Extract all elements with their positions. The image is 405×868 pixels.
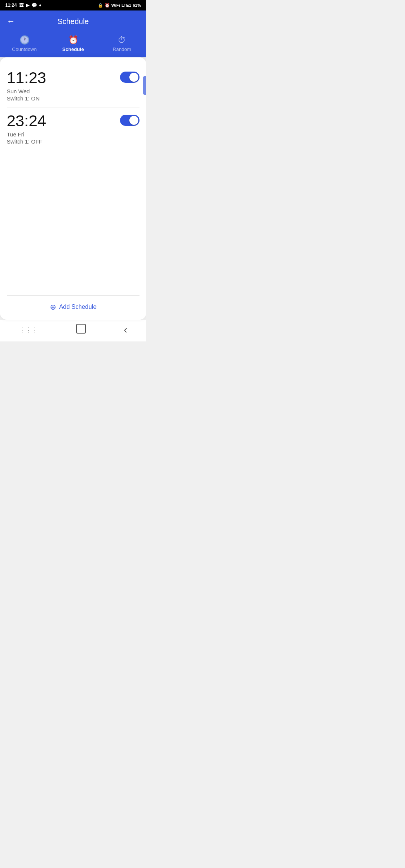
tab-random[interactable]: ⏱ Random [98, 35, 146, 52]
schedule-toggle-0[interactable] [120, 72, 140, 83]
status-battery: 61% [133, 3, 141, 7]
app-root: 11:24 🖼 ▶ 💬 🔒 ⏰ WiFi LTE1 61% ← Schedule… [0, 0, 146, 341]
add-schedule-button[interactable]: ⊕ Add Schedule [7, 295, 140, 320]
status-right: 🔒 ⏰ WiFi LTE1 61% [98, 3, 141, 8]
nav-recent-button[interactable] [19, 325, 38, 334]
schedule-days-1: Tue Fri [7, 131, 140, 138]
tab-schedule[interactable]: ⏰ Schedule [49, 35, 98, 52]
tab-countdown-label: Countdown [12, 46, 37, 52]
schedule-item-1: 23:24 Tue Fri Switch 1: OFF [7, 108, 140, 151]
side-peek [143, 76, 146, 95]
home-icon [76, 324, 86, 335]
tab-bar: 🕐 Countdown ⏰ Schedule ⏱ Random [0, 32, 146, 57]
nav-home-button[interactable] [76, 324, 86, 335]
status-icon-wifi: WiFi [111, 3, 120, 7]
recent-apps-icon [19, 325, 38, 334]
toggle-wrapper-0 [120, 72, 140, 83]
back-nav-icon [124, 325, 127, 335]
status-time: 11:24 [5, 3, 17, 8]
schedule-item-0: 11:23 Sun Wed Switch 1: ON [7, 65, 140, 108]
bottom-nav [0, 320, 146, 341]
status-icon-youtube: ▶ [26, 3, 29, 8]
spacer [7, 151, 140, 295]
toggle-wrapper-1 [120, 115, 140, 126]
status-icon-photo: 🖼 [19, 3, 24, 8]
app-bar: ← Schedule [0, 10, 146, 32]
status-icon-alarm: ⏰ [105, 3, 110, 8]
toggle-knob-1 [129, 116, 138, 125]
schedule-time-0: 11:23 [7, 69, 140, 87]
schedule-switch-label-1: Switch 1: OFF [7, 138, 140, 145]
tab-random-label: Random [112, 46, 131, 52]
toggle-knob-0 [129, 73, 138, 82]
add-schedule-icon: ⊕ [50, 302, 56, 311]
tab-countdown[interactable]: 🕐 Countdown [0, 35, 49, 52]
countdown-icon: 🕐 [20, 35, 30, 45]
schedule-time-1: 23:24 [7, 112, 140, 130]
status-signal: LTE1 [122, 3, 131, 7]
page-title: Schedule [57, 17, 88, 26]
back-button[interactable]: ← [7, 16, 15, 26]
status-dot [39, 4, 41, 6]
tab-schedule-label: Schedule [62, 46, 84, 52]
random-icon: ⏱ [118, 35, 126, 45]
status-bar: 11:24 🖼 ▶ 💬 🔒 ⏰ WiFi LTE1 61% [0, 0, 146, 10]
status-icon-whatsapp: 💬 [32, 3, 37, 8]
schedule-days-0: Sun Wed [7, 88, 140, 94]
status-left: 11:24 🖼 ▶ 💬 [5, 3, 41, 8]
schedule-toggle-1[interactable] [120, 115, 140, 126]
nav-back-button[interactable] [124, 325, 127, 335]
schedule-icon: ⏰ [68, 35, 78, 45]
schedule-switch-label-0: Switch 1: ON [7, 95, 140, 102]
content-card: 11:23 Sun Wed Switch 1: ON 23:24 Tue Fri… [0, 57, 146, 320]
add-schedule-label: Add Schedule [59, 304, 97, 310]
status-icon-lock: 🔒 [98, 3, 103, 8]
